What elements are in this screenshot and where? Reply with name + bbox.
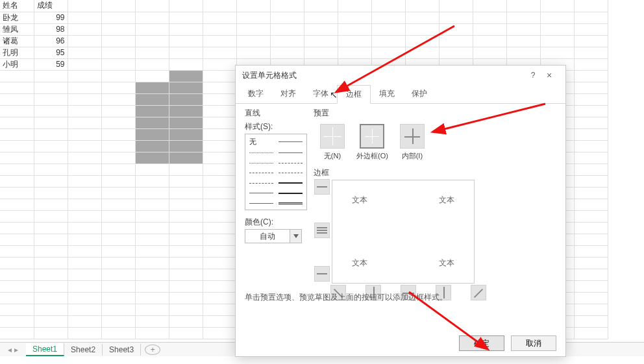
hint-text: 单击预置选项、预览草图及上面的按钮可以添加边框样式。 <box>245 292 447 303</box>
tab-border[interactable]: 边框 <box>337 85 371 104</box>
tab-align[interactable]: 对齐 <box>272 85 304 103</box>
dialog-tabs: 数字 对齐 字体 边框 填充 保护 <box>236 85 565 104</box>
line-group-label: 直线 <box>245 108 316 119</box>
dialog-titlebar[interactable]: 设置单元格格式 ? × <box>236 66 565 85</box>
cell-header-score[interactable]: 成绩 <box>34 0 68 12</box>
preset-none-button[interactable] <box>320 124 345 149</box>
preview-text-2: 文本 <box>439 195 454 206</box>
border-preview[interactable]: 文本 文本 文本 文本 <box>332 180 475 284</box>
chevron-down-icon <box>293 234 299 238</box>
tab-fill[interactable]: 填充 <box>371 85 403 103</box>
preview-text-4: 文本 <box>439 258 454 269</box>
presets-group-label: 预置 <box>314 108 556 119</box>
sheet-tab-3[interactable]: Sheet3 <box>103 344 141 356</box>
line-style-none[interactable]: 无 <box>249 137 273 147</box>
ok-button[interactable]: 确定 <box>459 335 504 351</box>
preset-outer-label: 外边框(O) <box>356 151 388 161</box>
sheet-tab-add[interactable]: + <box>145 345 160 355</box>
border-bottom-button[interactable] <box>314 266 330 282</box>
cell[interactable]: 雏凤 <box>0 23 34 35</box>
preview-text-3: 文本 <box>352 258 367 269</box>
preview-text-1: 文本 <box>352 195 367 206</box>
cell-header-name[interactable]: 姓名 <box>0 0 34 12</box>
border-top-button[interactable] <box>314 179 330 195</box>
cell[interactable]: 小明 <box>0 58 34 70</box>
cell[interactable]: 孔明 <box>0 47 34 58</box>
format-cells-dialog: 设置单元格格式 ? × 数字 对齐 字体 边框 填充 保护 直线 样式(S): … <box>235 65 566 357</box>
cell[interactable]: 98 <box>34 23 68 35</box>
sheet-tab-1[interactable]: Sheet1 <box>26 343 64 356</box>
preset-inner-button[interactable] <box>400 124 425 149</box>
border-mid-h-button[interactable] <box>314 223 330 238</box>
cell[interactable]: 59 <box>34 58 68 70</box>
style-label: 样式(S): <box>245 121 316 132</box>
sheet-nav-arrows[interactable]: ◂ ▸ <box>0 345 26 354</box>
color-value[interactable]: 自动 <box>245 229 290 243</box>
preset-inner-label: 内部(I) <box>402 151 423 161</box>
line-style-picker[interactable]: 无 <box>245 134 307 210</box>
cell[interactable]: 卧龙 <box>0 12 34 23</box>
help-button[interactable]: ? <box>526 71 539 80</box>
border-diag-up-button[interactable] <box>471 285 486 300</box>
cell[interactable]: 诸葛 <box>0 35 34 47</box>
cell[interactable]: 99 <box>34 12 68 23</box>
cell[interactable]: 96 <box>34 35 68 47</box>
color-label: 颜色(C): <box>245 217 316 228</box>
color-dropdown-button[interactable] <box>290 229 302 243</box>
preset-outer-button[interactable] <box>360 124 384 149</box>
tab-font[interactable]: 字体 <box>304 85 337 103</box>
close-button[interactable]: × <box>539 70 559 80</box>
tab-protect[interactable]: 保护 <box>403 85 436 103</box>
cancel-button[interactable]: 取消 <box>511 335 556 351</box>
tab-number[interactable]: 数字 <box>240 85 272 103</box>
cell[interactable]: 95 <box>34 47 68 58</box>
preset-none-label: 无(N) <box>324 151 341 161</box>
sheet-tab-2[interactable]: Sheet2 <box>64 344 103 356</box>
border-group-label: 边框 <box>314 167 556 178</box>
dialog-title: 设置单元格格式 <box>242 70 297 81</box>
